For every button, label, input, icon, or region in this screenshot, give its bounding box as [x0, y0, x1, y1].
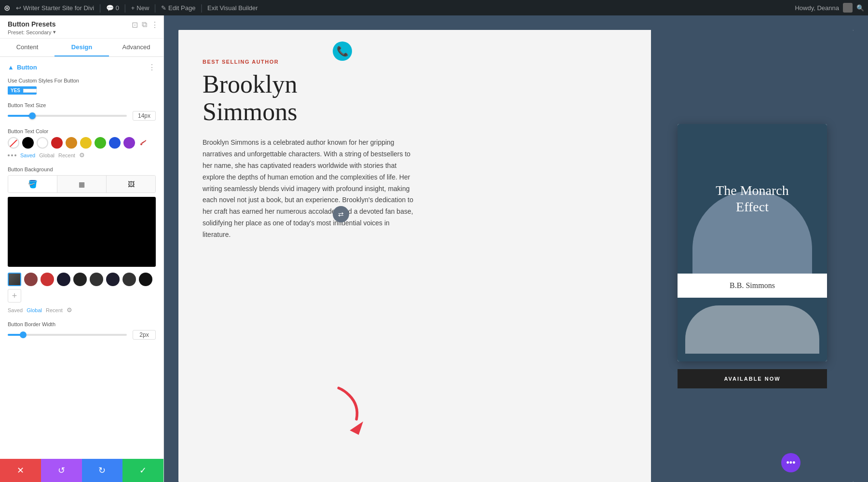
border-width-slider[interactable]: [8, 334, 127, 336]
border-width-value[interactable]: 2px: [133, 330, 156, 340]
add-color-btn[interactable]: +: [8, 289, 21, 303]
right-content: 📞 ⇄ BEST SELLING AUTHOR Brooklyn Simmons…: [164, 15, 868, 482]
three-dots-icon: •••: [787, 458, 796, 468]
saved-label: Saved: [20, 152, 35, 158]
chevron-up-icon[interactable]: ▲: [8, 64, 14, 71]
color-transparent[interactable]: [8, 137, 19, 149]
svg-point-0: [140, 143, 142, 145]
plus-icon: +: [131, 4, 135, 12]
section-more-icon[interactable]: ⋮: [148, 63, 156, 72]
bg-recent-label: Recent: [46, 307, 63, 313]
button-text-color-row: Button Text Color: [8, 128, 156, 159]
expand-icon[interactable]: ⧉: [142, 20, 147, 29]
content-right: The Monarch Effect B.B. Simmons AVAILABL…: [651, 30, 854, 482]
resize-icon[interactable]: ⊡: [132, 20, 138, 29]
more-dots[interactable]: [8, 154, 16, 156]
grad-swatch-7[interactable]: [122, 273, 136, 286]
tab-design[interactable]: Design: [54, 39, 109, 56]
site-link[interactable]: ↩ Writer Starter Site for Divi: [16, 4, 94, 12]
new-button[interactable]: + New: [131, 4, 149, 12]
exit-builder-button[interactable]: Exit Visual Builder: [207, 4, 258, 12]
divider3: |: [154, 3, 156, 13]
divider4: |: [200, 3, 203, 13]
bg-saved-label: Saved: [8, 307, 23, 313]
text-color-label: Button Text Color: [8, 128, 156, 134]
content-left: BEST SELLING AUTHOR Brooklyn Simmons Bro…: [178, 30, 651, 482]
grad-swatch-8[interactable]: [139, 273, 152, 286]
tab-content[interactable]: Content: [0, 39, 54, 56]
comment-link[interactable]: 💬 0: [106, 4, 119, 12]
arrow-exchange-button[interactable]: ⇄: [333, 206, 349, 222]
custom-styles-toggle[interactable]: YES: [8, 86, 37, 95]
color-white[interactable]: [37, 137, 48, 149]
gradient-swatches: +: [8, 273, 156, 303]
divider2: |: [124, 3, 126, 13]
gradient-icon: ▦: [79, 180, 85, 188]
color-purple[interactable]: [123, 137, 135, 149]
text-color-swatches: [8, 137, 156, 149]
panel-content: ▲ Button ⋮ Use Custom Styles For Button …: [0, 57, 163, 459]
bg-label: Button Background: [8, 166, 156, 172]
color-yellow[interactable]: [80, 137, 92, 149]
add-section-button[interactable]: 📞: [333, 41, 352, 61]
grad-swatch-5[interactable]: [90, 273, 103, 286]
text-size-value[interactable]: 14px: [133, 111, 156, 121]
cancel-button[interactable]: ✕: [0, 459, 41, 482]
left-panel: Button Presets Preset: Secondary ▾ ⊡ ⧉ ⋮…: [0, 15, 164, 482]
text-size-slider[interactable]: [8, 115, 127, 117]
bg-tab-color[interactable]: 🪣: [8, 176, 57, 193]
search-icon[interactable]: 🔍: [856, 4, 864, 12]
bg-tab-gradient[interactable]: ▦: [57, 176, 107, 193]
recent-label: Recent: [58, 152, 75, 158]
book-bottom: B.B. Simmons: [678, 274, 827, 298]
color-green[interactable]: [95, 137, 106, 149]
book-author-name: B.B. Simmons: [685, 281, 819, 290]
comment-icon: 💬: [106, 4, 114, 12]
toggle-wrap: YES: [8, 86, 156, 95]
color-black[interactable]: [22, 137, 34, 149]
page-canvas: BEST SELLING AUTHOR Brooklyn Simmons Bro…: [178, 30, 854, 482]
undo-button[interactable]: ↺: [41, 459, 82, 482]
available-now-button[interactable]: AVAILABLE NOW: [678, 369, 827, 388]
color-orange[interactable]: [66, 137, 77, 149]
grad-swatch-2[interactable]: [41, 273, 54, 286]
grad-swatch-active[interactable]: [8, 273, 21, 286]
grad-swatch-4[interactable]: [73, 273, 87, 286]
bottom-bar: ✕ ↺ ↻ ✓: [0, 459, 163, 482]
section-header: ▲ Button ⋮: [8, 63, 156, 72]
bg-type-tabs: 🪣 ▦ 🖼: [8, 175, 156, 193]
grad-swatch-6[interactable]: [106, 273, 120, 286]
section-title: ▲ Button: [8, 64, 37, 71]
bg-tab-image[interactable]: 🖼: [107, 176, 155, 193]
redo-button[interactable]: ↻: [82, 459, 123, 482]
bg-gear-icon[interactable]: ⚙: [67, 306, 72, 314]
purple-dot-menu[interactable]: •••: [781, 453, 800, 472]
book-lower-deco: [685, 305, 819, 354]
color-red[interactable]: [51, 137, 63, 149]
topbar: ⊛ ↩ Writer Starter Site for Divi | 💬 0 |…: [0, 0, 868, 15]
border-width-label: Button Border Width: [8, 321, 156, 327]
edit-page-button[interactable]: ✎ Edit Page: [161, 4, 195, 12]
book-title: The Monarch Effect: [706, 182, 799, 215]
grad-swatch-3[interactable]: [57, 273, 70, 286]
section-actions: ⋮: [148, 63, 156, 72]
color-blue[interactable]: [109, 137, 121, 149]
global-label: Global: [39, 152, 54, 158]
panel-subtitle: Preset: Secondary ▾: [8, 29, 156, 35]
wordpress-icon[interactable]: ⊛: [4, 3, 10, 13]
grad-swatch-1[interactable]: [24, 273, 38, 286]
chevron-down-icon[interactable]: ▾: [53, 29, 56, 35]
color-picker-icon[interactable]: [138, 137, 149, 149]
use-custom-styles-row: Use Custom Styles For Button YES: [8, 78, 156, 95]
tab-advanced[interactable]: Advanced: [109, 39, 163, 56]
panel-header: Button Presets Preset: Secondary ▾ ⊡ ⧉ ⋮: [0, 15, 163, 39]
more-options-icon[interactable]: ⋮: [151, 20, 159, 29]
book-card: The Monarch Effect B.B. Simmons: [678, 124, 827, 361]
bg-global-label: Global: [27, 307, 42, 313]
text-size-slider-row: 14px: [8, 111, 156, 121]
confirm-button[interactable]: ✓: [122, 459, 163, 482]
topbar-right: Howdy, Deanna 🔍: [795, 3, 864, 13]
gear-icon[interactable]: ⚙: [79, 151, 85, 159]
author-name: Brooklyn Simmons: [203, 70, 627, 125]
pencil-icon: ✎: [161, 4, 166, 12]
